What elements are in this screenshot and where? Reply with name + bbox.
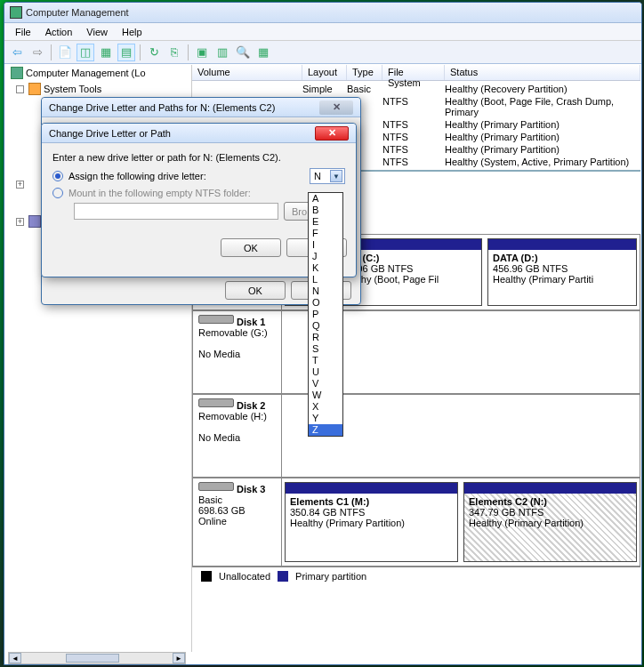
menu-action[interactable]: Action bbox=[38, 25, 80, 39]
col-volume[interactable]: Volume bbox=[192, 65, 302, 80]
scroll-thumb[interactable] bbox=[66, 654, 119, 663]
tool1-icon[interactable]: ▣ bbox=[193, 44, 211, 61]
drive-letter-combobox[interactable]: N ▼ bbox=[310, 168, 345, 184]
volume-size: 456.96 GB NTFS bbox=[493, 263, 568, 274]
disk3-side: Disk 3 Basic 698.63 GB Online bbox=[193, 478, 282, 566]
separator bbox=[51, 44, 52, 60]
disk2-side: Disk 2 Removable (H:) No Media bbox=[193, 395, 282, 477]
drive-letter-option-k[interactable]: K bbox=[309, 262, 342, 274]
tree-root[interactable]: Computer Management (Lo bbox=[5, 65, 191, 81]
cell: NTFS bbox=[382, 96, 445, 117]
disk-type: Removable (G:) bbox=[198, 327, 268, 338]
dialog-titlebar[interactable]: Change Drive Letter or Path ✕ bbox=[42, 124, 356, 143]
volume-body: Elements C2 (N:) 347.79 GB NTFS Healthy … bbox=[464, 494, 636, 561]
col-fs[interactable]: File System bbox=[382, 65, 445, 80]
drive-letter-option-v[interactable]: V bbox=[309, 378, 342, 390]
back-icon[interactable]: ⇦ bbox=[8, 44, 26, 61]
drive-letter-option-p[interactable]: P bbox=[309, 309, 342, 320]
drive-letter-option-u[interactable]: U bbox=[309, 366, 342, 378]
assign-letter-option[interactable]: Assign the following drive letter: N ▼ bbox=[52, 168, 345, 184]
volume-name: Elements C1 (M:) bbox=[290, 496, 369, 507]
show-hide-icon[interactable]: ◫ bbox=[76, 44, 94, 61]
drive-letter-option-z[interactable]: Z bbox=[309, 424, 342, 436]
disk3-vols: Elements C1 (M:) 350.84 GB NTFS Healthy … bbox=[282, 478, 640, 566]
disk2-row[interactable]: Disk 2 Removable (H:) No Media bbox=[192, 394, 640, 478]
separator bbox=[140, 44, 141, 60]
col-layout[interactable]: Layout bbox=[302, 65, 347, 80]
drive-letter-option-q[interactable]: Q bbox=[309, 320, 342, 332]
ok-button[interactable]: OK bbox=[225, 281, 286, 300]
folder-input-row: Bro bbox=[52, 202, 345, 221]
drive-letter-option-a[interactable]: A bbox=[309, 193, 342, 205]
computer-icon bbox=[11, 67, 23, 79]
chevron-down-icon[interactable]: ▼ bbox=[330, 170, 342, 182]
export-icon[interactable]: ⎘ bbox=[165, 44, 183, 61]
cell: Healthy (Primary Partition) bbox=[445, 144, 640, 155]
drive-letter-option-b[interactable]: B bbox=[309, 205, 342, 216]
drive-letter-dropdown[interactable]: ABEFIJKLNOPQRSTUVWXYZ bbox=[308, 192, 343, 437]
drive-letter-option-y[interactable]: Y bbox=[309, 413, 342, 424]
volume-name: Elements C2 (N:) bbox=[469, 496, 547, 507]
drive-letter-option-x[interactable]: X bbox=[309, 401, 342, 413]
tool3-icon[interactable]: 🔍 bbox=[234, 44, 252, 61]
volume-body: DATA (D:) 456.96 GB NTFS Healthy (Primar… bbox=[488, 250, 636, 287]
volume-list-header: Volume Layout Type File System Status bbox=[192, 65, 640, 81]
drive-letter-option-n[interactable]: N bbox=[309, 285, 342, 297]
col-status[interactable]: Status bbox=[445, 65, 640, 80]
assign-letter-label: Assign the following drive letter: bbox=[68, 171, 206, 181]
mount-folder-option[interactable]: Mount in the following empty NTFS folder… bbox=[52, 188, 345, 198]
volume-elements-c1-m[interactable]: Elements C1 (M:) 350.84 GB NTFS Healthy … bbox=[285, 482, 458, 562]
drive-letter-option-l[interactable]: L bbox=[309, 274, 342, 285]
swatch-primary bbox=[278, 571, 288, 582]
app-icon bbox=[10, 6, 22, 19]
drive-letter-option-i[interactable]: I bbox=[309, 239, 342, 251]
volume-health: Healthy (Primary Partition) bbox=[290, 518, 405, 528]
dialog-titlebar[interactable]: Change Drive Letter and Paths for N: (El… bbox=[42, 98, 360, 117]
expand-icon[interactable]: + bbox=[16, 181, 24, 189]
disk-icon bbox=[198, 398, 234, 407]
radio-icon[interactable] bbox=[52, 188, 63, 198]
cell: Healthy (Primary Partition) bbox=[445, 132, 640, 142]
collapse-icon[interactable] bbox=[16, 85, 24, 93]
disk1-row[interactable]: Disk 1 Removable (G:) No Media bbox=[192, 310, 640, 394]
drive-letter-option-t[interactable]: T bbox=[309, 355, 342, 366]
titlebar[interactable]: Computer Management bbox=[4, 3, 641, 23]
refresh-icon[interactable]: ↻ bbox=[145, 44, 163, 61]
close-icon[interactable]: ✕ bbox=[319, 100, 353, 115]
drive-letter-option-e[interactable]: E bbox=[309, 216, 342, 228]
properties-icon[interactable]: ▦ bbox=[97, 44, 115, 61]
menu-view[interactable]: View bbox=[79, 25, 115, 39]
drive-letter-option-r[interactable]: R bbox=[309, 332, 342, 343]
detail-icon[interactable]: ▤ bbox=[117, 44, 135, 61]
mount-folder-label: Mount in the following empty NTFS folder… bbox=[68, 188, 251, 198]
drive-letter-option-f[interactable]: F bbox=[309, 228, 342, 239]
volume-elements-c2-n[interactable]: Elements C2 (N:) 347.79 GB NTFS Healthy … bbox=[463, 482, 637, 562]
disk-name: Disk 2 bbox=[237, 400, 265, 411]
expand-icon[interactable]: + bbox=[16, 218, 24, 226]
cell: Healthy (System, Active, Primary Partiti… bbox=[445, 157, 640, 167]
scroll-right-icon[interactable]: ► bbox=[173, 653, 185, 663]
drive-letter-option-o[interactable]: O bbox=[309, 297, 342, 309]
ok-button[interactable]: OK bbox=[221, 238, 281, 257]
disk3-row[interactable]: Disk 3 Basic 698.63 GB Online Elements C… bbox=[192, 478, 640, 567]
volume-header bbox=[464, 483, 636, 494]
col-type[interactable]: Type bbox=[347, 65, 382, 80]
cell: Basic bbox=[347, 84, 382, 94]
tree-system-tools[interactable]: System Tools bbox=[5, 81, 191, 97]
volume-row[interactable]: SimpleBasicHealthy (Recovery Partition) bbox=[192, 83, 640, 95]
drive-letter-option-s[interactable]: S bbox=[309, 343, 342, 355]
tool2-icon[interactable]: ▥ bbox=[213, 44, 231, 61]
menubar: File Action View Help bbox=[4, 23, 641, 41]
menu-help[interactable]: Help bbox=[115, 25, 149, 39]
tree-horizontal-scrollbar[interactable]: ◄ ► bbox=[8, 652, 186, 664]
drive-letter-option-w[interactable]: W bbox=[309, 390, 342, 401]
forward-icon[interactable]: ⇨ bbox=[28, 44, 46, 61]
scroll-left-icon[interactable]: ◄ bbox=[9, 653, 21, 663]
drive-letter-option-j[interactable]: J bbox=[309, 251, 342, 262]
volume-data-d[interactable]: DATA (D:) 456.96 GB NTFS Healthy (Primar… bbox=[487, 238, 637, 306]
radio-icon[interactable] bbox=[52, 171, 63, 181]
menu-file[interactable]: File bbox=[8, 25, 38, 39]
tool4-icon[interactable]: ▦ bbox=[254, 44, 272, 61]
up-icon[interactable]: 📄 bbox=[56, 44, 74, 61]
close-icon[interactable]: ✕ bbox=[315, 126, 349, 141]
